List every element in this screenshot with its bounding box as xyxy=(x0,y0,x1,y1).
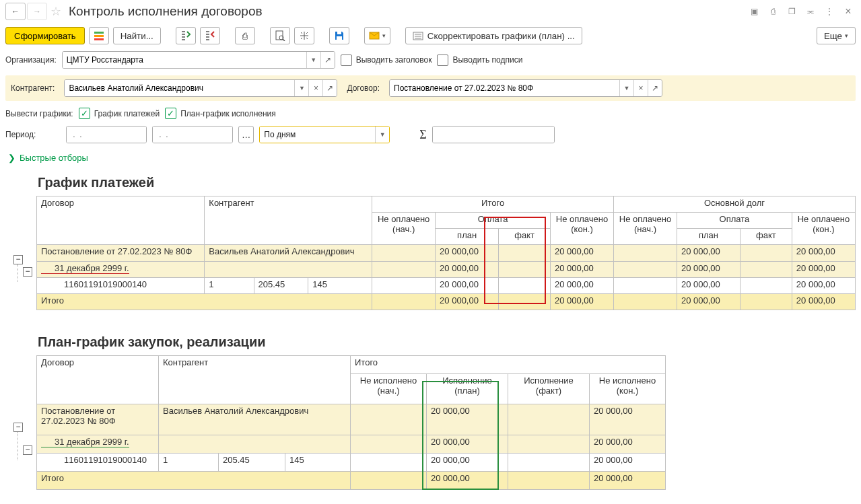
date-from[interactable]: ▦ xyxy=(66,126,147,143)
col-exec-plan: Исполнение (план) xyxy=(427,374,508,404)
contract-input[interactable] xyxy=(390,80,619,96)
show-signs-checkbox[interactable]: Выводить подписи xyxy=(437,55,522,66)
org-label: Организация: xyxy=(5,55,57,65)
exec-table: Договор Контрагент Итого Не исполнено (н… xyxy=(36,355,666,490)
fit-icon xyxy=(299,30,310,41)
kebab-icon: ⋮ xyxy=(825,7,833,16)
checkbox-icon: ✓ xyxy=(165,108,176,119)
preview-button[interactable] xyxy=(270,27,290,44)
payments-table: Договор Контрагент Итого Основной долг Н… xyxy=(36,196,856,310)
open-icon: ↗ xyxy=(652,83,658,93)
checkbox-icon xyxy=(437,55,448,66)
print-top-button[interactable]: ⎙ xyxy=(765,3,780,20)
chevron-down-icon: ▼ xyxy=(310,57,316,63)
sum-input[interactable] xyxy=(433,127,554,143)
link-button[interactable]: ⫘ xyxy=(803,3,818,20)
table-row[interactable]: 11601191019000140 1 205.45 145 20 000,00… xyxy=(37,453,666,471)
col-unexec-start: Не исполнено (нач.) xyxy=(351,374,427,404)
more-button[interactable]: Еще▾ xyxy=(817,27,856,44)
agent-label: Контрагент: xyxy=(11,83,55,93)
table-total-row: Итого 20 000,00 20 000,00 20 000,00 20 0… xyxy=(37,293,856,310)
agent-combo[interactable]: ▼ × ↗ xyxy=(64,79,337,97)
agent-clear-button[interactable]: × xyxy=(308,80,322,96)
step-combo[interactable]: ▼ xyxy=(259,126,390,143)
agent-open-button[interactable]: ↗ xyxy=(322,80,337,96)
table-row[interactable]: 11601191019000140 1 205.45 145 20 000,00… xyxy=(37,277,856,293)
date-from-input[interactable] xyxy=(67,127,147,143)
tree-collapse-1[interactable]: − xyxy=(13,255,23,264)
print-button[interactable]: ⎙ xyxy=(235,27,255,44)
ellipsis-icon: … xyxy=(242,130,250,140)
svg-rect-7 xyxy=(337,32,341,34)
charts-label: Вывести графики: xyxy=(5,109,73,118)
save-button[interactable] xyxy=(329,27,349,44)
agent-dropdown-button[interactable]: ▼ xyxy=(294,80,308,96)
section2-title: План-график закупок, реализации xyxy=(38,334,856,350)
open-icon: ↗ xyxy=(326,83,333,93)
new-window-button[interactable]: ❐ xyxy=(784,3,799,20)
contract-combo[interactable]: ▼ × ↗ xyxy=(389,79,662,97)
kebab-button[interactable]: ⋮ xyxy=(822,3,837,20)
agent-input[interactable] xyxy=(65,80,294,96)
svg-line-5 xyxy=(283,39,285,41)
pay-schedule-checkbox[interactable]: ✓График платежей xyxy=(79,108,160,119)
window-icon: ❐ xyxy=(788,7,796,16)
quick-filters-toggle[interactable]: ❯ Быстрые отборы xyxy=(8,153,88,163)
forward-button[interactable]: → xyxy=(27,3,47,20)
col-unpaid-start: Не оплачено (нач.) xyxy=(372,213,436,245)
tree-collapse-3[interactable]: − xyxy=(13,423,23,432)
chevron-down-icon: ▼ xyxy=(624,85,630,92)
settings-button[interactable] xyxy=(89,27,109,44)
col-fact2: факт xyxy=(741,229,792,245)
adjust-plans-button[interactable]: Скорректировать графики (план) ... xyxy=(405,27,582,44)
step-input[interactable] xyxy=(260,127,375,143)
arrow-right-icon: → xyxy=(33,7,41,16)
col-total: Итого xyxy=(351,356,666,374)
show-header-checkbox[interactable]: Выводить заголовок xyxy=(341,55,432,66)
chevron-right-icon: ❯ xyxy=(8,153,15,163)
table-row[interactable]: Постановление от 27.02.2023 № 80Ф Василь… xyxy=(37,245,856,261)
tree-collapse-2[interactable]: − xyxy=(23,267,32,277)
preview-icon xyxy=(275,30,285,41)
checkbox-icon: ✓ xyxy=(79,108,90,119)
generate-button[interactable]: Сформировать xyxy=(5,27,85,44)
expand-tree-icon xyxy=(180,30,191,41)
step-dropdown-button[interactable]: ▼ xyxy=(375,127,389,143)
table-row[interactable]: 31 декабря 2999 г. 20 000,00 20 000,00 xyxy=(37,435,666,453)
date-to-input[interactable] xyxy=(153,127,233,143)
table-row[interactable]: 31 декабря 2999 г. 20 000,00 20 000,00 2… xyxy=(37,261,856,277)
date-to[interactable]: ▦ xyxy=(152,126,233,143)
svg-rect-0 xyxy=(94,32,104,34)
save-report-button[interactable]: ▣ xyxy=(747,3,761,20)
org-input[interactable] xyxy=(63,52,306,68)
contract-open-button[interactable]: ↗ xyxy=(648,80,662,96)
checkbox-icon xyxy=(341,55,352,66)
period-choose-button[interactable]: … xyxy=(238,126,254,143)
col-unexec-end: Не исполнено (кон.) xyxy=(590,374,666,404)
star-icon: ☆ xyxy=(50,4,61,19)
col-plan: план xyxy=(436,229,499,245)
org-combo[interactable]: ▼ ↗ xyxy=(62,51,335,69)
table-row[interactable]: Постановление от 27.02.2023 № 80Ф Василь… xyxy=(37,404,666,435)
mail-icon xyxy=(369,30,380,41)
back-button[interactable]: ← xyxy=(5,3,26,20)
contract-clear-button[interactable]: × xyxy=(633,80,648,96)
collapse-all-button[interactable] xyxy=(200,27,220,44)
org-dropdown-button[interactable]: ▼ xyxy=(306,52,320,68)
email-button[interactable]: ▾ xyxy=(364,27,390,44)
open-icon: ↗ xyxy=(324,55,331,65)
contract-dropdown-button[interactable]: ▼ xyxy=(619,80,633,96)
tree-collapse-4[interactable]: − xyxy=(23,445,32,455)
exec-schedule-checkbox[interactable]: ✓План-график исполнения xyxy=(165,108,276,119)
org-open-button[interactable]: ↗ xyxy=(320,52,335,68)
find-button[interactable]: Найти... xyxy=(113,27,161,44)
section1-title: График платежей xyxy=(38,175,856,190)
col-contract: Договор xyxy=(37,196,205,245)
arrow-left-icon: ← xyxy=(11,7,20,16)
col-agent: Контрагент xyxy=(159,356,351,404)
close-button[interactable]: × xyxy=(841,3,856,20)
favorite-button[interactable]: ☆ xyxy=(48,3,63,20)
expand-all-button[interactable] xyxy=(176,27,196,44)
sum-field[interactable] xyxy=(432,126,555,143)
fit-button[interactable] xyxy=(294,27,314,44)
